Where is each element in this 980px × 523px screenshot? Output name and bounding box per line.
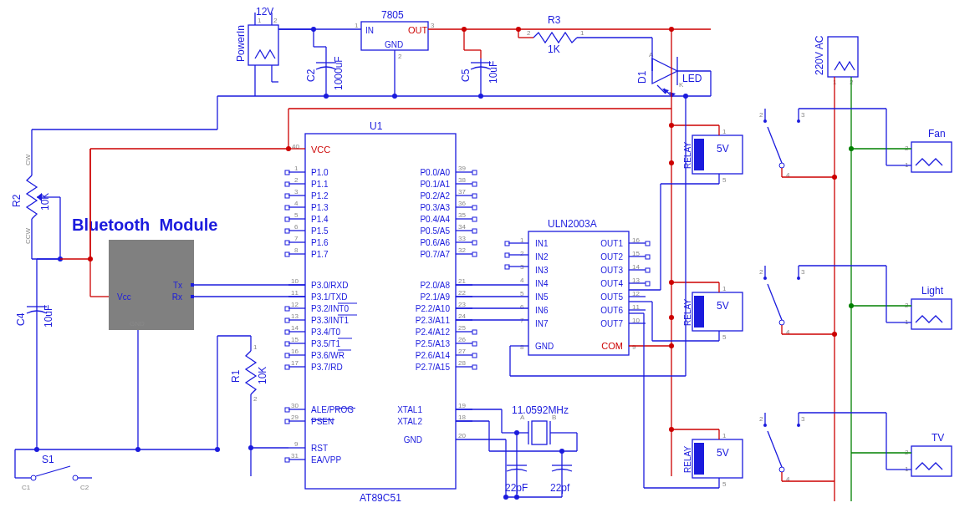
svg-text:26: 26	[458, 336, 466, 343]
svg-line-398	[768, 127, 782, 163]
svg-point-52	[324, 94, 329, 99]
svg-text:14: 14	[291, 324, 299, 332]
svg-text:18: 18	[458, 414, 466, 421]
svg-text:S1: S1	[42, 454, 54, 465]
svg-text:1K: 1K	[548, 43, 560, 55]
svg-text:8: 8	[294, 246, 299, 254]
svg-text:1000uF: 1000uF	[333, 56, 345, 90]
svg-text:2: 2	[759, 415, 763, 423]
relay-1: RELAY 5V 1 5 2 3 4	[683, 109, 805, 184]
svg-text:27: 27	[458, 348, 466, 355]
svg-text:22: 22	[458, 289, 466, 297]
svg-point-450	[669, 427, 674, 432]
svg-text:P3.0/RXD: P3.0/RXD	[311, 281, 348, 290]
svg-text:GND: GND	[404, 435, 422, 444]
svg-text:3: 3	[431, 22, 435, 29]
svg-text:Rx: Rx	[172, 292, 182, 302]
svg-text:P2.6/A14: P2.6/A14	[416, 351, 451, 360]
u1-port0: P0.0/A039P0.1/A138P0.2/A237P0.3/A336P0.4…	[420, 165, 477, 259]
svg-text:B: B	[552, 414, 556, 421]
svg-point-321	[503, 495, 508, 500]
svg-text:RELAY: RELAY	[683, 142, 692, 169]
svg-text:13: 13	[291, 312, 299, 320]
svg-rect-238	[191, 295, 194, 298]
led-d1: D1 LED A K	[636, 51, 702, 97]
svg-text:2: 2	[253, 395, 258, 403]
svg-point-441	[779, 467, 784, 472]
svg-text:RST: RST	[311, 444, 328, 453]
svg-text:8: 8	[520, 343, 524, 351]
svg-point-320	[514, 495, 519, 500]
svg-text:Tx: Tx	[173, 281, 182, 290]
svg-point-419	[779, 320, 784, 325]
svg-rect-412	[694, 296, 704, 328]
svg-text:IN3: IN3	[535, 266, 549, 275]
svg-text:IN7: IN7	[535, 319, 549, 328]
svg-text:RELAY: RELAY	[683, 299, 692, 326]
svg-text:A: A	[649, 51, 654, 58]
svg-text:1: 1	[253, 343, 258, 351]
svg-text:4: 4	[786, 475, 790, 483]
u1-port3: P3.0/RXD10P3.1/TXD11P3.2/INT012P3.3/INT1…	[285, 277, 357, 372]
svg-text:IN1: IN1	[535, 239, 549, 248]
svg-text:3: 3	[801, 111, 805, 119]
svg-text:33: 33	[458, 235, 466, 242]
svg-text:P2.7/A15: P2.7/A15	[416, 363, 451, 372]
svg-text:5: 5	[722, 333, 727, 341]
svg-text:TV: TV	[932, 432, 944, 444]
svg-text:LED: LED	[682, 73, 702, 84]
svg-text:P2.4/A12: P2.4/A12	[416, 328, 451, 337]
svg-text:30: 30	[291, 402, 299, 409]
svg-point-486	[849, 303, 854, 308]
svg-text:P0.3/A3: P0.3/A3	[420, 203, 450, 212]
svg-text:31: 31	[291, 452, 299, 460]
svg-text:OUT4: OUT4	[600, 279, 623, 288]
svg-text:10uF: 10uF	[487, 61, 499, 84]
svg-text:39: 39	[458, 165, 466, 172]
svg-text:10uF: 10uF	[43, 305, 54, 328]
svg-text:1: 1	[580, 29, 584, 37]
svg-text:P1.1: P1.1	[311, 180, 329, 189]
svg-text:P0.2/A2: P0.2/A2	[420, 191, 450, 201]
svg-text:RELAY: RELAY	[683, 446, 692, 473]
svg-text:5: 5	[294, 211, 299, 219]
svg-text:P3.4/T0: P3.4/T0	[311, 328, 340, 337]
svg-point-428	[669, 280, 674, 285]
svg-text:4: 4	[294, 200, 299, 207]
svg-text:220V AC: 220V AC	[814, 35, 825, 75]
load-fan: Fan 21	[905, 128, 952, 172]
svg-text:IN: IN	[365, 26, 374, 35]
svg-text:AT89C51: AT89C51	[360, 492, 401, 504]
uln2003a: ULN2003A IN1OUT1116IN2OUT2215IN3OUT3314I…	[510, 218, 671, 355]
svg-text:P0.5/A5: P0.5/A5	[420, 226, 450, 236]
svg-text:OUT7: OUT7	[600, 319, 623, 328]
svg-text:2: 2	[294, 176, 299, 184]
svg-rect-123	[472, 206, 477, 210]
svg-text:GND: GND	[385, 40, 403, 49]
svg-marker-28	[652, 58, 677, 84]
svg-text:P3.3/INT1: P3.3/INT1	[311, 316, 349, 325]
u1-port1: P1.01P1.12P1.23P1.34P1.45P1.56P1.67P1.78	[285, 165, 329, 259]
svg-text:16: 16	[291, 348, 299, 355]
svg-point-484	[849, 146, 854, 151]
svg-text:17: 17	[291, 359, 299, 367]
svg-point-290	[135, 447, 140, 452]
svg-point-383	[286, 146, 291, 151]
pot-r2: R2 10K CW CCW	[11, 154, 51, 244]
bluetooth-module: Bluetooth Module Vcc Tx Rx GND	[72, 216, 217, 330]
svg-text:P1.4: P1.4	[311, 215, 329, 224]
svg-text:EA/VPP: EA/VPP	[311, 455, 341, 465]
svg-point-53	[392, 94, 397, 99]
svg-text:36: 36	[458, 200, 466, 207]
svg-text:5V: 5V	[717, 143, 729, 155]
svg-text:OUT2: OUT2	[600, 252, 623, 262]
svg-rect-115	[472, 182, 477, 186]
svg-text:CCW: CCW	[24, 227, 32, 244]
svg-text:P1.3: P1.3	[311, 203, 329, 212]
svg-text:20: 20	[458, 432, 466, 439]
svg-rect-201	[472, 365, 477, 369]
svg-text:P1.6: P1.6	[311, 238, 329, 247]
svg-text:P2.5/A13: P2.5/A13	[416, 339, 451, 348]
svg-point-386	[669, 160, 674, 165]
svg-text:35: 35	[458, 211, 466, 219]
